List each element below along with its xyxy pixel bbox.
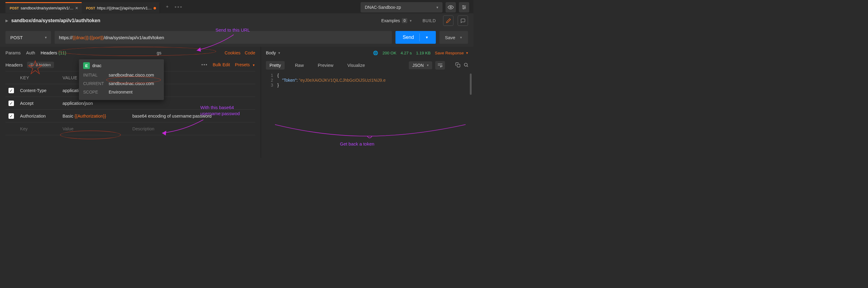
copy-response-button[interactable] [455, 62, 460, 68]
tab-title: sandbox/dna/system/api/v1/… [21, 6, 73, 10]
examples-button[interactable]: Examples 0 ▼ [378, 17, 415, 25]
row-checkbox[interactable]: ✓ [8, 88, 14, 93]
send-button[interactable]: Send ▼ [396, 31, 436, 44]
status-code: 200 OK [382, 51, 396, 55]
request-tab-1[interactable]: POST sandbox/dna/system/api/v1/… × [5, 2, 82, 13]
url-variable: {{dnac}} [72, 35, 89, 40]
globe-icon[interactable]: 🌐 [373, 51, 378, 55]
header-value[interactable]: Basic {{Authorization}} [60, 114, 130, 118]
tab-raw[interactable]: Raw [291, 61, 307, 69]
tab-method-badge: POST [86, 6, 95, 10]
annotation-arrow [191, 33, 240, 54]
caret-down-icon: ▼ [409, 19, 412, 23]
annotation-brace [273, 123, 467, 141]
code-link[interactable]: Code [245, 51, 255, 55]
headers-section-title: Headers [5, 62, 23, 67]
edit-button[interactable] [443, 16, 454, 26]
examples-count-badge: 0 [402, 18, 408, 23]
tab-preview[interactable]: Preview [314, 61, 337, 69]
svg-point-6 [463, 8, 464, 9]
presets-link[interactable]: Presets ▼ [235, 62, 255, 67]
caret-down-icon: ▼ [466, 51, 469, 55]
annotation-ellipse [60, 131, 121, 139]
search-response-button[interactable] [463, 62, 469, 68]
wrap-icon [437, 63, 443, 67]
header-key[interactable]: Content-Type [18, 88, 60, 93]
request-title-bar: ▶ sandbox/dna/system/api/v1/auth/token E… [0, 13, 473, 28]
response-format-selector[interactable]: JSON [409, 61, 432, 69]
unsaved-dot-icon [154, 7, 156, 9]
request-tab-2[interactable]: POST https://{{dnac}}/api/system/v1… [82, 2, 160, 13]
svg-point-0 [450, 7, 452, 8]
more-icon[interactable]: ••• [201, 62, 208, 67]
new-tab-button[interactable]: ＋ [162, 1, 173, 12]
annotation-text: username:passwod [200, 111, 240, 116]
environment-selector[interactable]: DNAC-Sandbox-zp [361, 2, 442, 12]
table-row-new[interactable]: Key Value Description [5, 122, 255, 135]
tab-overflow-button[interactable]: ∘∘∘ [173, 1, 184, 12]
pencil-icon [446, 18, 451, 23]
row-checkbox[interactable]: ✓ [8, 113, 14, 119]
environment-quicklook-button[interactable] [445, 2, 456, 12]
header-key-placeholder[interactable]: Key [18, 126, 60, 131]
annotation-ellipse [106, 77, 161, 83]
sliders-icon [461, 5, 467, 10]
collapse-icon[interactable]: ▶ [5, 19, 8, 23]
tab-title: https://{{dnac}}/api/system/v1… [97, 6, 152, 10]
variable-name: dnac [92, 63, 101, 68]
save-button[interactable]: Save ▼ [439, 31, 468, 44]
header-value-placeholder[interactable]: Value [60, 126, 130, 131]
bulk-edit-link[interactable]: Bulk Edit [213, 62, 230, 67]
svg-rect-9 [457, 64, 460, 67]
caret-down-icon: ▼ [252, 63, 255, 67]
tab-visualize[interactable]: Visualize [344, 61, 368, 69]
annotation-text: Get back a token [340, 141, 374, 146]
settings-button[interactable] [459, 2, 469, 12]
comments-button[interactable] [458, 16, 468, 26]
tab-strip: POST sandbox/dna/system/api/v1/… × POST … [0, 0, 473, 13]
row-checkbox[interactable]: ✓ [8, 100, 14, 106]
http-method-selector[interactable]: POST [5, 31, 51, 44]
svg-point-10 [464, 63, 467, 66]
tab-method-badge: POST [10, 6, 19, 10]
svg-point-5 [465, 7, 466, 8]
request-name: sandbox/dna/system/api/v1/auth/token [11, 18, 100, 23]
build-mode-button[interactable]: BUILD [420, 17, 439, 25]
annotation-arrow [158, 118, 209, 137]
caret-down-icon: ▼ [460, 36, 463, 39]
caret-down-icon: ▼ [278, 51, 281, 55]
comment-icon [460, 18, 466, 23]
copy-icon [455, 62, 460, 67]
close-icon[interactable]: × [75, 5, 78, 11]
tab-pretty[interactable]: Pretty [266, 61, 285, 69]
annotation-star [28, 60, 42, 75]
search-icon [463, 62, 469, 67]
svg-line-11 [467, 66, 468, 67]
svg-marker-12 [197, 48, 201, 52]
tab-params[interactable]: Params [5, 51, 21, 55]
url-variable: {{port}} [90, 35, 104, 40]
scope-badge: E [83, 62, 90, 69]
response-status-bar: Body ▼ 🌐 200 OK 4.27 s 1.19 KB Save Resp… [261, 47, 473, 59]
response-time: 4.27 s [401, 51, 412, 55]
caret-down-icon: ▼ [425, 35, 429, 39]
response-view-tabs: Pretty Raw Preview Visualize JSON [261, 59, 473, 72]
response-body[interactable]: 1{ 2 "Token": "eyJ0eXAiOiJKV1QiLCJhbGciO… [261, 72, 473, 89]
header-value[interactable]: application/json [60, 101, 130, 106]
tab-auth[interactable]: Auth [26, 51, 35, 55]
header-key[interactable]: Accept [18, 101, 60, 106]
svg-point-4 [463, 5, 464, 6]
wrap-lines-button[interactable] [435, 61, 445, 69]
header-key[interactable]: Authorization [18, 114, 60, 118]
annotation-text: With this base64 [200, 105, 234, 110]
eye-icon [448, 4, 454, 10]
save-response-button[interactable]: Save Response ▼ [435, 51, 469, 55]
response-size: 1.19 KB [416, 51, 431, 55]
svg-marker-13 [162, 131, 166, 136]
environment-name: DNAC-Sandbox-zp [365, 5, 401, 10]
response-body-selector[interactable]: Body ▼ [266, 51, 281, 55]
scrollbar-thumb[interactable] [470, 74, 472, 95]
annotation-text: Send to this URL [215, 27, 250, 32]
